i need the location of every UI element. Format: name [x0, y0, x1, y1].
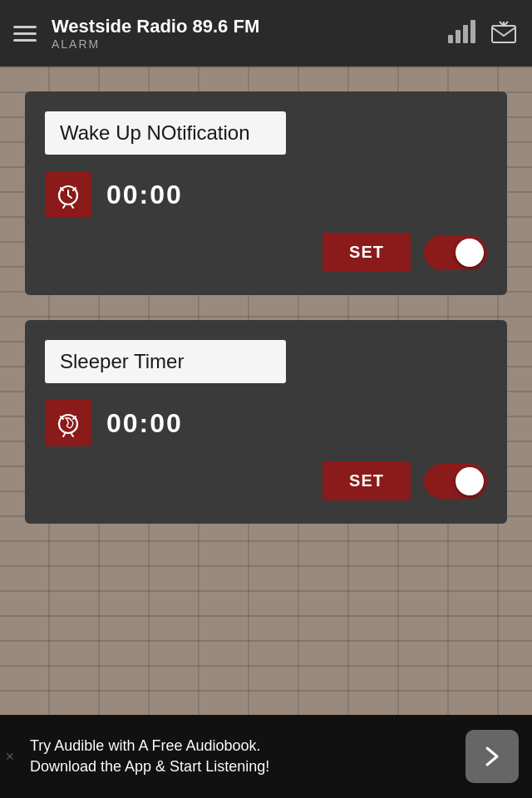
wake-up-time-row: 00:00 [45, 171, 487, 218]
sleeper-toggle[interactable] [424, 464, 487, 499]
wake-up-title: Wake Up NOtification [60, 121, 250, 144]
sleeper-time-row: 00:00 [45, 400, 487, 446]
header-subtitle: ALARM [52, 37, 448, 51]
sleeper-alarm-icon-box [45, 400, 91, 446]
sleeper-set-button[interactable]: SET [323, 461, 411, 500]
svg-line-13 [71, 434, 73, 436]
wake-up-alarm-icon [54, 180, 82, 209]
sleeper-alarm-icon [54, 409, 82, 437]
menu-button[interactable] [13, 26, 37, 42]
wake-up-toggle[interactable] [424, 235, 487, 270]
wake-up-time: 00:00 [91, 180, 183, 210]
signal-bar-1 [448, 35, 453, 43]
wake-up-set-button[interactable]: SET [323, 233, 411, 272]
header-title-group: Westside Radio 89.6 FM ALARM [52, 16, 448, 51]
wake-up-card: Wake Up NOtification 00:00 SET [25, 91, 507, 295]
app-header: Westside Radio 89.6 FM ALARM [0, 0, 532, 66]
station-name: Westside Radio 89.6 FM [52, 16, 448, 37]
sleeper-card: Sleeper Timer 00:00 SET [25, 320, 507, 524]
ad-line2: Download the App & Start Listening! [30, 756, 466, 777]
svg-rect-0 [492, 26, 515, 42]
mail-icon[interactable] [489, 18, 519, 48]
wake-up-alarm-icon-box [45, 171, 91, 218]
ad-banner: ✕ Try Audible with A Free Audiobook. Dow… [0, 715, 532, 798]
sleeper-time: 00:00 [91, 408, 183, 439]
ad-text-group: Try Audible with A Free Audiobook. Downl… [13, 736, 466, 777]
signal-bar-3 [463, 25, 468, 43]
main-content: Wake Up NOtification 00:00 SET [0, 66, 532, 715]
sleeper-title: Sleeper Timer [60, 350, 184, 372]
ad-cta-button[interactable] [466, 730, 519, 783]
signal-bar-4 [470, 20, 475, 43]
wake-up-toggle-thumb [456, 239, 484, 267]
wake-up-actions: SET [45, 233, 487, 272]
svg-line-7 [63, 205, 65, 208]
svg-line-4 [68, 195, 71, 198]
wake-up-title-wrapper: Wake Up NOtification [45, 111, 286, 155]
header-icons [448, 18, 519, 48]
ad-close-button[interactable]: ✕ [5, 750, 15, 763]
sleeper-toggle-thumb [456, 467, 484, 495]
sleeper-actions: SET [45, 461, 487, 500]
svg-line-8 [71, 205, 73, 208]
ad-line1: Try Audible with A Free Audiobook. [30, 736, 466, 756]
sleeper-title-wrapper: Sleeper Timer [45, 340, 286, 383]
signal-bar-2 [456, 30, 461, 43]
signal-icon [448, 23, 475, 43]
svg-line-12 [63, 434, 65, 436]
